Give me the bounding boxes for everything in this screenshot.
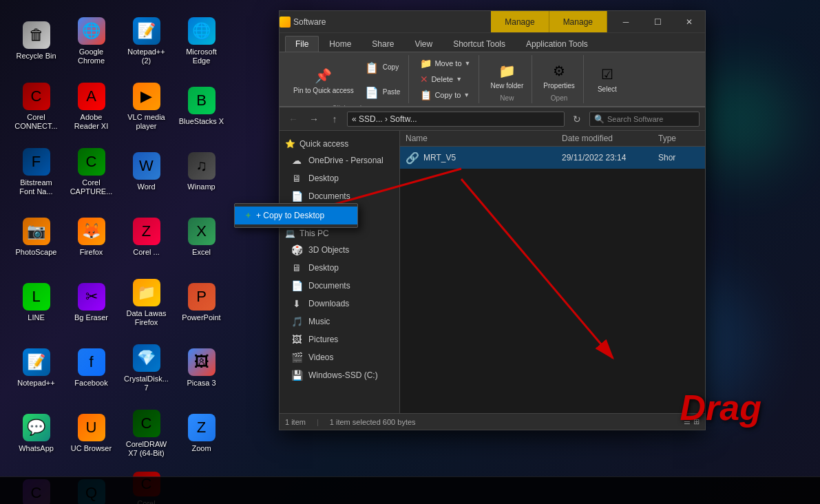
desktop-icon-zoom[interactable]: ZZoom — [176, 403, 227, 465]
notepadpp-icon-label: Notepad++ — [17, 379, 54, 388]
edge-icon-img: 🌐 — [188, 17, 215, 45]
corel-icon-img: C — [23, 83, 50, 110]
open-group: ⚙ Properties Open — [535, 55, 584, 103]
desktop-icon-chrome[interactable]: 🌐Google Chrome — [65, 10, 117, 72]
desktop-icon-datalawas[interactable]: 📁Data Lawas Firefox — [120, 272, 172, 334]
sidebar-item-pictures2[interactable]: 🖼 Pictures — [280, 330, 399, 348]
desktop-icon-photoscape[interactable]: 📷PhotoScape — [10, 207, 62, 269]
adobe-icon-label: Adobe Reader XI — [68, 113, 115, 131]
desktop-icon-recycle[interactable]: 🗑Recycle Bin — [10, 10, 62, 72]
plus-icon: + — [246, 211, 251, 220]
file-row-mrt[interactable]: 🔗 MRT_V5 29/11/2022 23:14 Shor — [400, 147, 705, 169]
desktop-icon-edge[interactable]: 🌐Microsoft Edge — [176, 10, 227, 72]
bluestacks-icon-label: BlueStacks X — [179, 117, 224, 126]
docs2-icon: 📄 — [291, 280, 303, 291]
crystal-icon-label: CrystalDisk... 7 — [123, 375, 170, 392]
desktop-icon-word[interactable]: WWord — [120, 141, 172, 203]
desktop-icon-notepad2[interactable]: 📝Notepad++ (2) — [120, 10, 172, 72]
refresh-button[interactable]: ↻ — [569, 111, 585, 127]
copy-label: Copy — [383, 63, 399, 72]
file-type: Shor — [658, 153, 700, 162]
sidebar-item-documents2[interactable]: 📄 Documents — [280, 277, 399, 295]
ribbon-tab-home[interactable]: Home — [319, 36, 361, 52]
desktop2-icon: 🖥 — [291, 262, 303, 273]
minimize-button[interactable]: ─ — [610, 11, 642, 32]
ribbon-tab-application-tools[interactable]: Application Tools — [516, 36, 598, 52]
copy-to-button[interactable]: 📋 Copy to ▼ — [416, 88, 474, 102]
edge-icon-label: Microsoft Edge — [178, 48, 225, 65]
desktop-icon-facebook[interactable]: fFacebook — [65, 337, 117, 399]
manage-tabs-area: Manage Manage — [491, 11, 607, 32]
desktop-icon-crystal[interactable]: 💎CrystalDisk... 7 — [120, 337, 172, 399]
desktop-icon-line[interactable]: LLINE — [10, 272, 62, 334]
desktop-icon-corel3[interactable]: ZCorel ... — [120, 207, 172, 269]
copy-to-desktop-label: + Copy to Desktop — [256, 211, 324, 220]
copy-to-desktop-item[interactable]: + + Copy to Desktop — [235, 207, 357, 224]
desktop-icon-corel[interactable]: CCorel CONNECT... — [10, 76, 62, 138]
paste-button[interactable]: 📄 Paste — [359, 81, 405, 103]
quick-access-header[interactable]: ⭐ Quick access — [280, 134, 399, 151]
desktop-icon-whatsapp[interactable]: 💬WhatsApp — [10, 403, 62, 465]
sidebar-item-desktop2[interactable]: 🖥 Desktop — [280, 259, 399, 277]
desktop-icon-excel[interactable]: XExcel — [176, 207, 227, 269]
manage-tab-1[interactable]: Manage — [491, 11, 549, 32]
datalawas-icon-label: Data Lawas Firefox — [123, 309, 170, 327]
manage-tab-2[interactable]: Manage — [549, 11, 607, 32]
select-button[interactable]: ☑ Select — [591, 61, 624, 96]
desktop-icon-ppt[interactable]: PPowerPoint — [176, 272, 227, 334]
desktop-icon-ucbrowser[interactable]: UUC Browser — [65, 403, 117, 465]
sidebar-item-onedrive[interactable]: ☁ OneDrive - Personal — [280, 151, 399, 169]
winamp-icon-img: ♫ — [188, 152, 215, 180]
pin-to-quick-access-button[interactable]: 📌 Pin to Quick access — [289, 62, 358, 98]
drag-text: Drag — [680, 387, 761, 428]
desktop-icon-vlc[interactable]: ▶VLC media player — [120, 76, 172, 138]
search-placeholder: Search Software — [607, 115, 663, 123]
close-button[interactable]: ✕ — [673, 11, 705, 32]
desktop-icon-corelcapture[interactable]: CCorel CAPTURE... — [65, 141, 117, 203]
ribbon-tab-view[interactable]: View — [404, 36, 443, 52]
move-to-button[interactable]: 📁 Move to ▼ — [416, 56, 474, 70]
main-content: ⭐ Quick access ☁ OneDrive - Personal 🖥 D… — [280, 131, 705, 413]
new-label: New — [486, 93, 527, 102]
desktop-icon-bitstream[interactable]: FBitstream Font Na... — [10, 141, 62, 203]
desktop-icon-adobe[interactable]: AAdobe Reader XI — [65, 76, 117, 138]
firefox-icon-label: Firefox — [80, 248, 103, 257]
ribbon-tab-file[interactable]: File — [285, 36, 319, 52]
folder-icon — [280, 17, 291, 28]
desktop-icon-winamp[interactable]: ♫Winamp — [176, 141, 227, 203]
forward-button[interactable]: → — [306, 111, 322, 127]
sidebar-item-downloads[interactable]: ⬇ Downloads — [280, 295, 399, 313]
copy-button[interactable]: 📋 Copy — [359, 56, 405, 78]
delete-button[interactable]: ✕ Delete ▼ — [416, 72, 474, 86]
properties-label: Properties — [543, 82, 575, 90]
search-box[interactable]: 🔍 Search Software — [589, 112, 700, 127]
desktop-icon-firefox[interactable]: 🦊Firefox — [65, 207, 117, 269]
winamp-icon-label: Winamp — [187, 182, 215, 191]
vlc-icon-img: ▶ — [133, 83, 160, 110]
sidebar-item-music[interactable]: 🎵 Music — [280, 313, 399, 330]
pics2-icon: 🖼 — [291, 334, 303, 345]
firefox-icon-img: 🦊 — [78, 218, 105, 245]
sidebar-item-3dobjects[interactable]: 🎲 3D Objects — [280, 241, 399, 259]
desktop-icon-picasa[interactable]: 🖼Picasa 3 — [176, 337, 227, 399]
ribbon-tab-share[interactable]: Share — [361, 36, 404, 52]
up-button[interactable]: ↑ — [326, 111, 343, 127]
back-button[interactable]: ← — [285, 111, 302, 127]
properties-button[interactable]: ⚙ Properties — [539, 57, 579, 93]
delete-dropdown-icon: ▼ — [456, 76, 462, 83]
address-path[interactable]: « SSD... › Softw... — [347, 112, 565, 127]
select-group: ☑ Select — [587, 55, 628, 103]
desktop-icon-bgeraser[interactable]: ✂Bg Eraser — [65, 272, 117, 334]
cloud-icon: ☁ — [291, 155, 303, 166]
desktop-icon-coreldraw[interactable]: CCorelDRAW X7 (64-Bit) — [120, 403, 172, 465]
maximize-button[interactable]: ☐ — [642, 11, 673, 32]
facebook-icon-img: f — [78, 348, 105, 376]
delete-label: Delete — [431, 75, 453, 83]
sidebar-item-desktop[interactable]: 🖥 Desktop — [280, 169, 399, 187]
sidebar-item-windows-ssd[interactable]: 💾 Windows-SSD (C:) — [280, 366, 399, 384]
desktop-icon-bluestacks[interactable]: BBlueStacks X — [176, 76, 227, 138]
ribbon-tab-shortcut-tools[interactable]: Shortcut Tools — [443, 36, 516, 52]
new-folder-button[interactable]: 📁 New folder — [486, 57, 527, 93]
desktop-icon-notepadpp[interactable]: 📝Notepad++ — [10, 337, 62, 399]
sidebar-item-videos[interactable]: 🎬 Videos — [280, 348, 399, 366]
